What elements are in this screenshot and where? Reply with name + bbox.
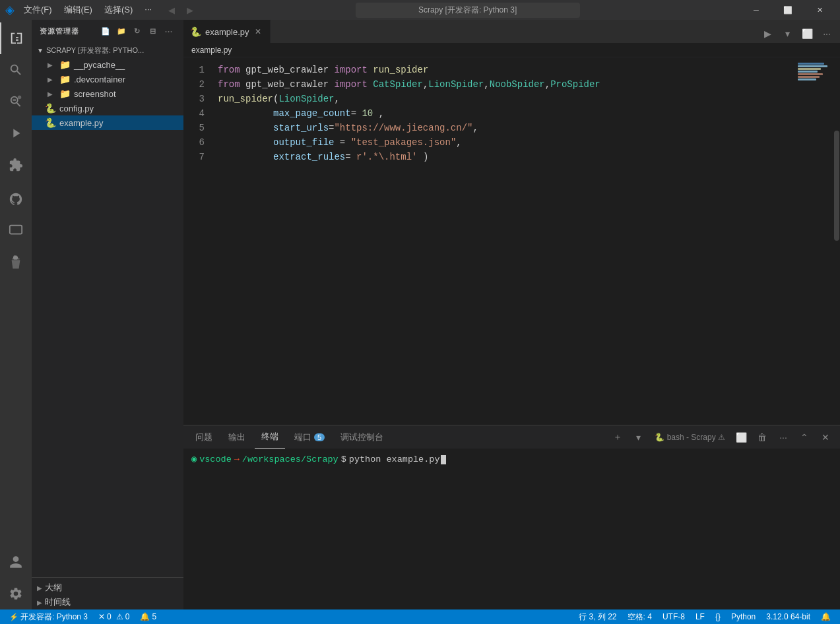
prompt-path: vscode [199, 452, 232, 466]
tab-close-button[interactable]: ✕ [253, 26, 263, 37]
search-bar[interactable]: Scrapy [开发容器: Python 3] [356, 3, 580, 18]
tab-right-actions: ▶ ▾ ⬜ ··· [754, 24, 840, 43]
terminal-body[interactable]: ◉ vscode → /workspaces/Scrapy $ python e… [183, 449, 840, 609]
close-button[interactable]: ✕ [804, 0, 835, 20]
tab-filename: example.py [205, 27, 249, 37]
tab-example-py[interactable]: 🐍 example.py ✕ [183, 20, 271, 43]
file-label: config.py [59, 104, 94, 113]
prompt-arrow: → [234, 452, 240, 466]
file-label: .devcontainer [74, 75, 125, 84]
more-tab-actions-button[interactable]: ··· [818, 24, 836, 43]
sidebar: 资源管理器 📄 📁 ↻ ⊟ ··· ▼ SCRAPY [开发容器: PYTHO.… [32, 20, 183, 609]
file-example-py[interactable]: 🐍 example.py [32, 115, 183, 130]
menu-bar: 文件(F) 编辑(E) 选择(S) ··· [18, 3, 157, 17]
terminal-more-button[interactable]: ··· [774, 428, 792, 447]
menu-file[interactable]: 文件(F) [18, 3, 57, 17]
new-file-button[interactable]: 📄 [99, 25, 112, 38]
chevron-right-icon: ▶ [45, 88, 55, 99]
status-errors[interactable]: ✕ 0 ⚠ 0 [94, 609, 133, 624]
status-spaces[interactable]: 空格: 4 [624, 609, 656, 624]
status-format[interactable]: {} [711, 609, 725, 624]
tab-problems[interactable]: 问题 [189, 425, 219, 449]
run-dropdown-button[interactable]: ▾ [778, 24, 796, 43]
py-icon: 🐍 [45, 117, 55, 128]
activity-item-settings[interactable] [0, 578, 32, 609]
file-screenshot[interactable]: ▶ 📁 screenshot [32, 86, 183, 101]
activity-item-extensions[interactable] [0, 149, 32, 181]
chevron-down-icon: ▼ [37, 47, 44, 54]
new-folder-button[interactable]: 📁 [115, 25, 128, 38]
more-actions-button[interactable]: ··· [162, 25, 176, 38]
menu-edit[interactable]: 编辑(E) [59, 3, 98, 17]
section-timeline[interactable]: ▶ 时间线 [32, 595, 183, 609]
warning-icon: ⚠ [116, 612, 123, 621]
remote-icon: ⚡ [9, 613, 18, 621]
scrollbar-thumb[interactable] [834, 131, 839, 241]
close-panel-button[interactable]: ✕ [816, 428, 835, 447]
terminal-panel: 问题 输出 终端 端口 5 调试控制台 ＋ ▾ [183, 425, 840, 609]
editor-area: 🐍 example.py ✕ ▶ ▾ ⬜ ··· example.py 1 2 … [183, 20, 840, 609]
tab-output[interactable]: 输出 [222, 425, 252, 449]
status-notifications[interactable]: 🔔 5 [136, 609, 160, 624]
split-editor-button[interactable]: ⬜ [798, 24, 816, 43]
activity-item-explorer[interactable] [0, 22, 32, 54]
terminal-command: python example.py [349, 452, 440, 466]
status-line-ending[interactable]: LF [692, 609, 709, 624]
menu-more[interactable]: ··· [139, 3, 157, 17]
run-button[interactable]: ▶ [758, 24, 777, 43]
activity-item-testing[interactable] [0, 247, 32, 278]
tab-terminal[interactable]: 终端 [255, 425, 285, 449]
terminal-dropdown-button[interactable]: ▾ [630, 428, 648, 447]
add-terminal-button[interactable]: ＋ [608, 428, 627, 447]
status-python-version[interactable]: 3.12.0 64-bit [762, 609, 814, 624]
activity-bar [0, 20, 32, 609]
activity-item-source-control[interactable] [0, 86, 32, 117]
ports-badge: 5 [314, 433, 325, 441]
tab-debug-console[interactable]: 调试控制台 [334, 425, 390, 449]
code-content[interactable]: from gpt_web_crawler import run_spider f… [210, 57, 794, 425]
section-outline[interactable]: ▶ 大纲 [32, 580, 183, 595]
refresh-button[interactable]: ↻ [131, 25, 144, 38]
menu-selection[interactable]: 选择(S) [99, 3, 138, 17]
kill-terminal-button[interactable]: 🗑 [753, 428, 771, 447]
breadcrumb-file: example.py [191, 46, 232, 55]
activity-item-remote[interactable] [0, 215, 32, 247]
file-config-py[interactable]: 🐍 config.py [32, 101, 183, 115]
nav-forward-button[interactable]: ▶ [181, 1, 199, 19]
line-ending-text: LF [695, 612, 705, 621]
line-numbers: 1 2 3 4 5 6 7 [183, 57, 210, 425]
prompt-dir: /workspaces/Scrapy [242, 452, 339, 466]
file-devcontainer[interactable]: ▶ 📁 .devcontainer [32, 72, 183, 86]
file-pycache[interactable]: ▶ 📁 __pycache__ [32, 57, 183, 72]
code-line-1: from gpt_web_crawler import run_spider [218, 63, 794, 77]
folder-icon: 📁 [59, 88, 70, 99]
activity-item-run[interactable] [0, 117, 32, 149]
code-line-3: run_spider(LionSpider, [218, 92, 794, 106]
restore-button[interactable]: ⬜ [773, 0, 803, 20]
minimize-button[interactable]: ─ [741, 0, 771, 20]
maximize-panel-button[interactable]: ⌃ [795, 428, 814, 447]
activity-item-account[interactable] [0, 546, 32, 578]
file-label: screenshot [74, 89, 116, 99]
status-encoding[interactable]: UTF-8 [659, 609, 689, 624]
tab-ports[interactable]: 端口 5 [288, 425, 331, 449]
split-terminal-button[interactable]: ⬜ [732, 428, 750, 447]
tab-bar: 🐍 example.py ✕ ▶ ▾ ⬜ ··· [183, 20, 840, 43]
nav-buttons: ◀ ▶ [162, 1, 199, 19]
svg-point-0 [18, 96, 22, 100]
code-editor[interactable]: 1 2 3 4 5 6 7 from gpt_web_crawler impor… [183, 57, 840, 425]
collapse-all-button[interactable]: ⊟ [146, 25, 160, 38]
nav-back-button[interactable]: ◀ [162, 1, 181, 19]
error-icon: ✕ [98, 612, 105, 621]
explorer-section-scrapy[interactable]: ▼ SCRAPY [开发容器: PYTHO... [32, 43, 183, 57]
activity-item-search[interactable] [0, 54, 32, 86]
status-bell[interactable]: 🔔 [817, 609, 835, 624]
activity-item-github[interactable] [0, 183, 32, 215]
editor-scrollbar[interactable] [833, 57, 840, 425]
status-language[interactable]: Python [727, 609, 759, 624]
terminal-instance-label[interactable]: 🐍 bash - Scrapy ⚠ [651, 428, 729, 447]
warning-count: 0 [125, 612, 130, 621]
status-remote[interactable]: ⚡ 开发容器: Python 3 [5, 609, 92, 624]
window-controls: ─ ⬜ ✕ [741, 0, 835, 20]
status-position[interactable]: 行 3, 列 22 [575, 609, 620, 624]
